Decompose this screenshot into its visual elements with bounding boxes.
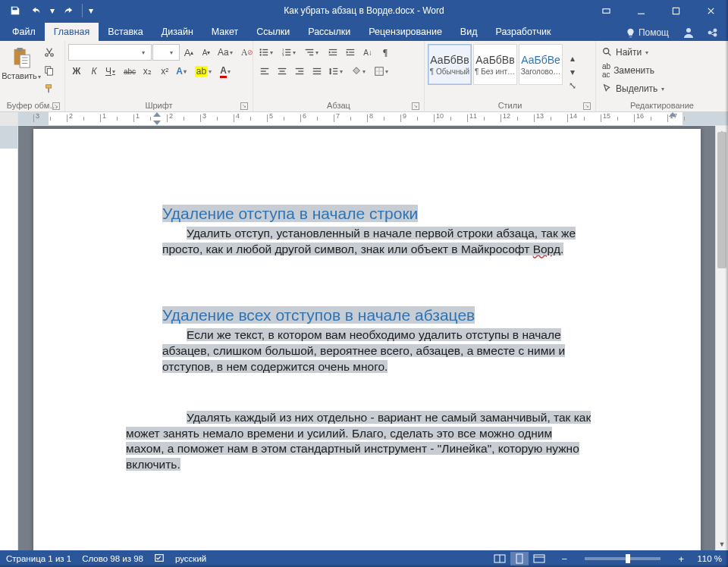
cut-icon[interactable] <box>41 44 58 61</box>
styles-gallery-expand[interactable]: ⤡ <box>564 79 581 92</box>
scroll-down-icon[interactable]: ▼ <box>716 537 728 550</box>
align-center-icon[interactable] <box>274 63 290 80</box>
paste-button[interactable]: Вставить▾ <box>3 44 39 80</box>
maximize-icon[interactable] <box>658 0 693 21</box>
bullets-icon[interactable]: ▾ <box>256 44 278 61</box>
show-marks-icon[interactable]: ¶ <box>377 44 394 61</box>
decrease-indent-icon[interactable] <box>325 44 341 61</box>
tab-design[interactable]: Дизайн <box>152 23 202 41</box>
justify-icon[interactable] <box>309 63 325 80</box>
horizontal-ruler[interactable] <box>0 112 728 126</box>
numbering-icon[interactable]: 123▾ <box>279 44 301 61</box>
scroll-thumb[interactable] <box>717 132 726 268</box>
zoom-in-button[interactable]: + <box>676 553 686 564</box>
borders-icon[interactable]: ▾ <box>372 63 394 80</box>
group-font-label: Шрифт <box>145 101 172 110</box>
find-button[interactable]: Найти▾ <box>599 44 670 61</box>
quick-access-toolbar: ▾ ▾ <box>0 2 95 20</box>
multilevel-list-icon[interactable]: ▾ <box>302 44 324 61</box>
vertical-scrollbar[interactable]: ▲ ▼ <box>715 126 728 550</box>
italic-button[interactable]: К <box>86 63 102 80</box>
paste-label: Вставить <box>2 71 37 80</box>
clipboard-launcher[interactable]: ↘ <box>52 102 60 110</box>
strikethrough-button[interactable]: abc <box>121 63 138 80</box>
line-spacing-icon[interactable]: ▾ <box>326 63 348 80</box>
close-icon[interactable] <box>693 0 728 21</box>
print-layout-icon[interactable] <box>510 552 529 565</box>
paragraph-1[interactable]: Удалить отступ, установленный в начале п… <box>162 226 651 258</box>
text-effects-icon[interactable]: A▾ <box>174 63 192 80</box>
status-proofing-icon[interactable] <box>154 553 165 565</box>
paragraph-launcher[interactable]: ↘ <box>412 102 419 110</box>
first-line-indent-marker[interactable] <box>153 112 161 117</box>
zoom-out-button[interactable]: − <box>559 553 570 564</box>
underline-button[interactable]: Ч▾ <box>103 63 121 80</box>
grow-font-icon[interactable]: A▴ <box>180 44 197 61</box>
style-heading1[interactable]: АаБбВе Заголово… <box>519 44 563 85</box>
qat-customize[interactable]: ▾ <box>87 5 95 16</box>
bold-button[interactable]: Ж <box>68 63 85 80</box>
styles-launcher[interactable]: ↘ <box>583 102 591 110</box>
font-color-icon[interactable]: A▾ <box>218 63 236 80</box>
tell-me-input[interactable]: Помощ <box>620 27 675 38</box>
paragraph-2[interactable]: Если же текст, в котором вам необходимо … <box>162 327 651 375</box>
tab-home[interactable]: Главная <box>45 23 99 41</box>
save-icon[interactable] <box>6 2 24 20</box>
tab-developer[interactable]: Разработчик <box>486 23 560 41</box>
undo-icon[interactable] <box>27 2 46 20</box>
replace-button[interactable]: abac Заменить <box>599 62 670 79</box>
increase-indent-icon[interactable] <box>342 44 359 61</box>
status-words[interactable]: Слово 98 из 98 <box>82 554 143 563</box>
highlight-icon[interactable]: ab▾ <box>193 63 217 80</box>
ribbon-options-icon[interactable] <box>588 0 623 21</box>
styles-scroll-up[interactable]: ▴ <box>564 52 581 65</box>
change-case-icon[interactable]: Aa▾ <box>215 44 238 61</box>
format-painter-icon[interactable] <box>41 80 58 97</box>
zoom-level[interactable]: 110 % <box>697 554 722 563</box>
group-clipboard-label: Буфер обм… <box>7 101 58 110</box>
style-normal[interactable]: АаБбВв ¶ Обычный <box>428 44 472 85</box>
status-language[interactable]: русский <box>175 554 206 563</box>
right-indent-marker[interactable] <box>669 112 676 117</box>
style-no-spacing[interactable]: АаБбВв ¶ Без инте… <box>473 44 517 85</box>
font-launcher[interactable]: ↘ <box>240 102 248 110</box>
font-size-combo[interactable]: ▾ <box>152 44 180 61</box>
subscript-button[interactable]: x₂ <box>139 63 155 80</box>
shrink-font-icon[interactable]: A▾ <box>198 44 215 61</box>
shading-icon[interactable]: ▾ <box>349 63 371 80</box>
share-icon[interactable] <box>702 24 723 41</box>
paragraph-3[interactable]: Удалять каждый из них отдельно - вариант… <box>126 410 651 474</box>
font-name-combo[interactable]: ▾ <box>68 44 152 61</box>
tab-view[interactable]: Вид <box>451 23 487 41</box>
web-layout-icon[interactable] <box>530 552 548 565</box>
tab-file[interactable]: Файл <box>3 23 45 41</box>
svg-rect-17 <box>48 88 49 92</box>
styles-scroll-down[interactable]: ▾ <box>564 65 581 79</box>
sort-icon[interactable]: A↓ <box>359 44 376 61</box>
tab-review[interactable]: Рецензирование <box>359 23 451 41</box>
document-canvas[interactable]: Удаление отступа в начале строки Удалить… <box>18 126 728 550</box>
hanging-indent-marker[interactable] <box>153 121 161 125</box>
minimize-icon[interactable] <box>623 0 658 21</box>
svg-point-12 <box>46 54 49 57</box>
tab-references[interactable]: Ссылки <box>247 23 299 41</box>
read-mode-icon[interactable] <box>491 552 509 565</box>
copy-icon[interactable] <box>41 62 58 79</box>
heading-2[interactable]: Удаление всех отступов в начале абзацев <box>162 306 475 324</box>
tab-insert[interactable]: Вставка <box>99 23 152 41</box>
status-bar: Страница 1 из 1 Слово 98 из 98 русский −… <box>0 550 728 567</box>
tab-mailings[interactable]: Рассылки <box>299 23 359 41</box>
superscript-button[interactable]: x² <box>156 63 173 80</box>
align-left-icon[interactable] <box>256 63 273 80</box>
align-right-icon[interactable] <box>291 63 308 80</box>
select-button[interactable]: Выделить▾ <box>599 80 670 97</box>
account-icon[interactable] <box>678 24 699 41</box>
vertical-ruler[interactable] <box>0 126 18 550</box>
redo-icon[interactable] <box>59 2 77 20</box>
find-icon <box>602 47 613 58</box>
undo-dropdown[interactable]: ▾ <box>49 5 56 16</box>
zoom-slider[interactable] <box>585 557 661 560</box>
heading-1[interactable]: Удаление отступа в начале строки <box>162 205 418 222</box>
tab-layout[interactable]: Макет <box>202 23 247 41</box>
status-page[interactable]: Страница 1 из 1 <box>6 554 71 563</box>
